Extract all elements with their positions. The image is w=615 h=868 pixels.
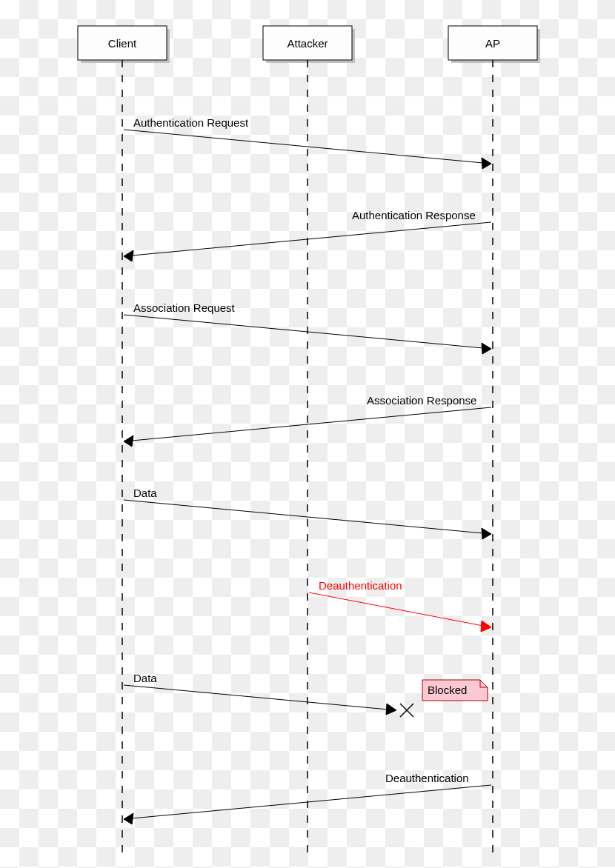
msg-auth-resp-label: Authentication Response — [352, 209, 476, 221]
attacker-label: Attacker — [287, 37, 328, 50]
note-blocked: Blocked — [422, 680, 488, 701]
svg-marker-16 — [386, 704, 396, 715]
client-label: Client — [108, 37, 137, 50]
svg-marker-12 — [482, 528, 491, 539]
msg-data-blocked: Data — [124, 672, 413, 717]
svg-line-9 — [132, 407, 491, 441]
participant-attacker: Attacker — [263, 26, 352, 60]
svg-line-7 — [124, 315, 483, 348]
note-blocked-label: Blocked — [428, 684, 467, 696]
svg-marker-8 — [482, 343, 491, 354]
msg-auth-req-label: Authentication Request — [133, 116, 249, 129]
svg-marker-14 — [481, 621, 491, 632]
svg-marker-20 — [124, 813, 133, 824]
participant-client: Client — [78, 26, 167, 60]
svg-line-15 — [124, 685, 388, 710]
svg-line-5 — [132, 222, 491, 256]
participant-ap: AP — [448, 26, 537, 60]
msg-deauth-attack: Deauthentication — [309, 579, 491, 632]
svg-line-3 — [124, 130, 483, 163]
msg-data-1-label: Data — [133, 487, 157, 499]
msg-assoc-resp-label: Association Response — [367, 394, 476, 407]
svg-line-11 — [124, 500, 483, 533]
msg-deauth-attack-label: Deauthentication — [319, 579, 402, 592]
sequence-diagram: Client Attacker AP Authentication Reques… — [0, 0, 615, 868]
msg-assoc-req-label: Association Request — [133, 301, 236, 314]
lost-message-x-icon — [400, 704, 413, 717]
svg-marker-10 — [124, 435, 133, 447]
svg-line-13 — [309, 592, 483, 626]
msg-deauth-resp-label: Deauthentication — [385, 772, 469, 784]
svg-marker-4 — [482, 158, 491, 169]
ap-label: AP — [485, 37, 500, 50]
svg-line-19 — [132, 785, 491, 818]
svg-marker-6 — [124, 250, 133, 261]
msg-data-blocked-label: Data — [133, 672, 157, 684]
